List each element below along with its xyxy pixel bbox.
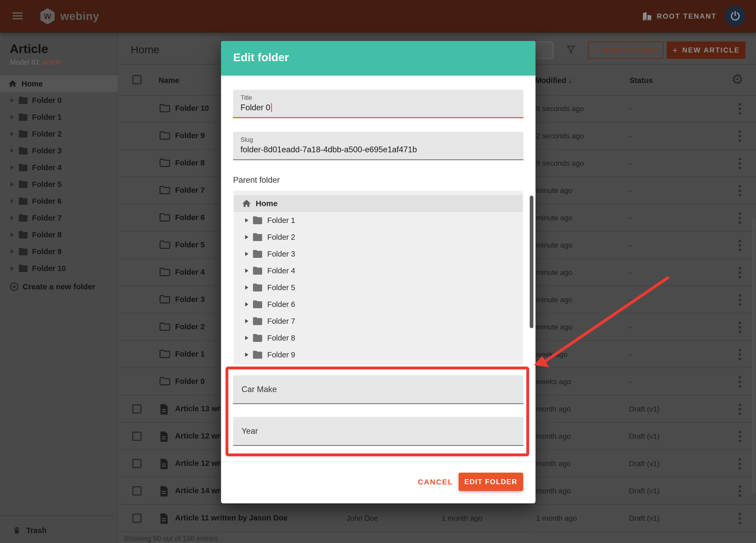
row-name[interactable]: Article 11 written by Jason Doe [175, 514, 288, 522]
chevron-right-icon[interactable] [245, 319, 248, 323]
row-menu-button[interactable] [734, 129, 745, 143]
row-name[interactable]: Folder 1 [175, 350, 205, 358]
row-menu-button[interactable] [734, 211, 745, 225]
chevron-right-icon[interactable] [11, 148, 14, 153]
row-name[interactable]: Folder 8 [175, 159, 205, 167]
row-menu-button[interactable] [734, 156, 745, 171]
row-menu-button[interactable] [734, 320, 745, 335]
tree-folder-item[interactable]: Folder 3 [234, 246, 523, 262]
row-menu-button[interactable] [734, 484, 745, 498]
edit-folder-submit-button[interactable]: EDIT FOLDER [459, 473, 523, 491]
year-field[interactable]: Year [233, 417, 523, 446]
row-menu-button[interactable] [734, 265, 745, 280]
chevron-right-icon[interactable] [11, 115, 14, 119]
tree-folder-item[interactable]: Folder 4 [234, 262, 523, 279]
row-menu-button[interactable] [734, 511, 745, 526]
slug-field[interactable]: Slug folder-8d01eadd-7a18-4dbb-a500-e695… [233, 132, 523, 160]
tree-folder-item[interactable]: Folder 9 [234, 346, 523, 363]
tenant-selector[interactable]: ROOT TENANT [642, 0, 717, 33]
row-name[interactable]: Folder 4 [175, 268, 205, 276]
create-folder-link[interactable]: Create a new folder [0, 278, 118, 295]
row-name[interactable]: Folder 7 [175, 186, 205, 195]
tree-scrollbar-thumb[interactable] [530, 196, 533, 328]
row-name[interactable]: Folder 5 [175, 241, 205, 249]
table-settings-gear-icon[interactable]: ⚙ [731, 71, 744, 87]
trash-link[interactable]: Trash [0, 522, 118, 539]
column-header-name[interactable]: Name [159, 76, 179, 85]
row-name[interactable]: Folder 3 [175, 295, 205, 304]
chevron-right-icon[interactable] [245, 336, 248, 340]
row-name[interactable]: Article 12 writt [175, 459, 228, 468]
chevron-right-icon[interactable] [245, 269, 248, 273]
row-checkbox[interactable] [132, 459, 141, 468]
tree-folder-item[interactable]: Folder 7 [234, 313, 523, 330]
chevron-right-icon[interactable] [11, 232, 14, 237]
row-checkbox[interactable] [132, 514, 141, 523]
select-all-checkbox[interactable] [132, 75, 141, 84]
sidebar-folder-item[interactable]: Folder 6 [0, 193, 118, 210]
row-checkbox[interactable] [132, 432, 141, 441]
row-checkbox[interactable] [132, 404, 141, 414]
row-name[interactable]: Folder 10 [175, 104, 209, 113]
title-field[interactable]: Title Folder 0 [233, 90, 523, 118]
sidebar-folder-item[interactable]: Folder 2 [0, 126, 118, 142]
row-menu-button[interactable] [734, 456, 745, 471]
tree-item-home[interactable]: Home [234, 195, 523, 212]
sidebar-folder-item[interactable]: Folder 4 [0, 159, 118, 176]
row-menu-button[interactable] [734, 347, 745, 362]
tree-folder-item[interactable]: Folder 8 [234, 330, 523, 346]
sidebar-folder-item[interactable]: Folder 8 [0, 226, 118, 243]
new-folder-button[interactable]: + NEW FOLDER [588, 41, 664, 59]
chevron-right-icon[interactable] [245, 302, 248, 306]
sidebar-folder-item[interactable]: Folder 3 [0, 142, 118, 159]
sidebar-folder-item[interactable]: Folder 0 [0, 92, 118, 109]
sidebar-folder-item[interactable]: Folder 10 [0, 260, 118, 277]
chevron-right-icon[interactable] [245, 218, 248, 222]
sidebar-folder-item[interactable]: Folder 9 [0, 243, 118, 260]
cancel-button[interactable]: CANCEL [414, 475, 456, 489]
table-row[interactable]: Article 11 written by Jason Doe John Doe… [118, 505, 756, 532]
column-header-modified[interactable]: Modified ↓ [535, 76, 572, 85]
filter-icon[interactable] [564, 44, 577, 58]
row-name[interactable]: Folder 6 [175, 213, 205, 222]
row-name[interactable]: Article 12 writt [175, 432, 228, 440]
row-name[interactable]: Article 13 writt [175, 404, 228, 413]
new-article-button[interactable]: + NEW ARTICLE [667, 41, 745, 59]
row-menu-button[interactable] [734, 101, 745, 116]
chevron-right-icon[interactable] [245, 285, 248, 290]
chevron-right-icon[interactable] [11, 165, 14, 170]
row-menu-button[interactable] [734, 293, 745, 307]
row-menu-button[interactable] [734, 238, 745, 253]
chevron-right-icon[interactable] [11, 132, 14, 136]
sidebar-folder-item[interactable]: Folder 1 [0, 109, 118, 126]
row-name[interactable]: Folder 9 [175, 131, 205, 140]
page-scrollbar[interactable] [752, 218, 755, 494]
chevron-right-icon[interactable] [11, 266, 14, 271]
tree-folder-item[interactable]: Folder 5 [234, 279, 523, 296]
chevron-right-icon[interactable] [245, 353, 248, 357]
menu-icon[interactable] [13, 12, 23, 20]
chevron-right-icon[interactable] [11, 249, 14, 254]
car-make-field[interactable]: Car Make [233, 375, 523, 404]
sidebar-folder-item[interactable]: Folder 7 [0, 210, 118, 226]
sign-out-button[interactable] [725, 6, 745, 26]
tree-folder-item[interactable]: Folder 6 [234, 296, 523, 313]
row-checkbox[interactable] [132, 486, 141, 495]
chevron-right-icon[interactable] [11, 199, 14, 203]
chevron-right-icon[interactable] [11, 216, 14, 220]
row-menu-button[interactable] [734, 183, 745, 198]
chevron-right-icon[interactable] [11, 182, 14, 187]
chevron-right-icon[interactable] [11, 98, 14, 103]
row-menu-button[interactable] [734, 402, 745, 416]
model-id-value[interactable]: article [42, 58, 61, 66]
chevron-right-icon[interactable] [245, 252, 248, 256]
row-menu-button[interactable] [734, 374, 745, 389]
row-menu-button[interactable] [734, 429, 745, 444]
row-name[interactable]: Article 14 writt [175, 486, 228, 495]
sidebar-item-home[interactable]: Home [0, 75, 118, 92]
row-name[interactable]: Folder 2 [175, 322, 205, 331]
row-name[interactable]: Folder 0 [175, 377, 205, 386]
tree-folder-item[interactable]: Folder 1 [234, 212, 523, 229]
chevron-right-icon[interactable] [245, 235, 248, 239]
tree-folder-item[interactable]: Folder 2 [234, 229, 523, 246]
